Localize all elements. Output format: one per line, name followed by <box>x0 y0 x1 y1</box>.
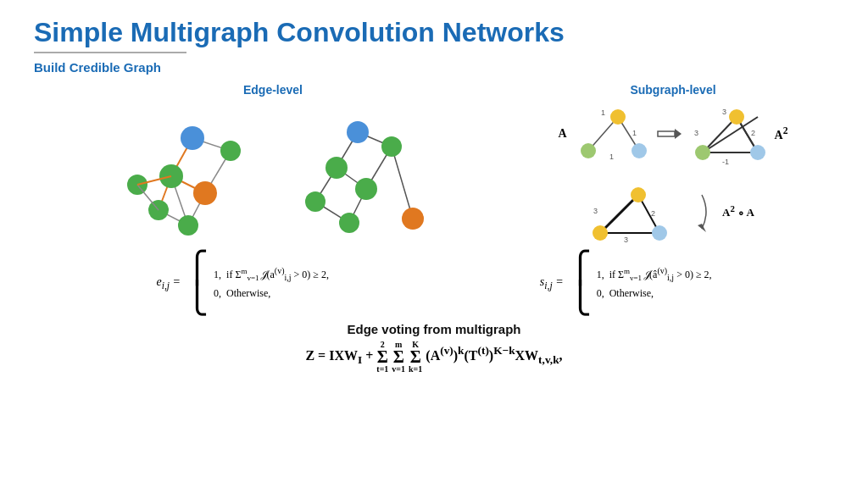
multigraph-2 <box>290 100 426 240</box>
section-title: Build Credible Graph <box>34 60 834 75</box>
subgraph-formula-cases: 1, if Σmv=1 𝒥(â(v)i,j > 0) ≥ 2, 0, Other… <box>597 264 712 302</box>
left-section: Edge-level <box>34 83 512 246</box>
edge-formula-cases: 1, if Σmv=1 𝒥(a(v)i,j > 0) ≥ 2, 0, Other… <box>214 264 329 302</box>
svg-point-13 <box>178 215 198 236</box>
subgraph-area: A 1 1 1 <box>558 100 787 246</box>
svg-point-38 <box>610 109 626 125</box>
svg-line-45 <box>703 117 758 152</box>
svg-text:-1: -1 <box>722 158 729 166</box>
svg-line-15 <box>137 185 159 210</box>
multigraph-1 <box>120 100 264 240</box>
graph-a2-top: 3 2 -1 3 <box>690 100 766 168</box>
svg-point-10 <box>220 141 241 161</box>
svg-text:1: 1 <box>601 108 605 117</box>
subgraph-formula-brace: ⎧⎩ <box>569 252 592 313</box>
formula-section: ei,j = ⎧⎩ 1, if Σmv=1 𝒥(a(v)i,j > 0) ≥ 2… <box>34 252 834 313</box>
svg-text:3: 3 <box>593 207 598 215</box>
curved-arrow <box>676 186 710 237</box>
content-area: Edge-level <box>34 83 834 246</box>
svg-point-60 <box>593 225 608 241</box>
svg-point-11 <box>193 181 217 205</box>
arrow-1 <box>656 121 682 147</box>
svg-point-53 <box>750 145 765 160</box>
graph-a: 1 1 1 <box>576 100 648 168</box>
subgraph-row-2: 3 2 3 A2 ∘ A <box>592 178 754 246</box>
svg-marker-41 <box>675 129 682 139</box>
subgraph-formula-text: si,j = <box>540 275 564 291</box>
svg-point-61 <box>631 187 646 202</box>
svg-text:2: 2 <box>751 129 755 137</box>
bottom-section: Edge voting from multigraph Z = IXWI + 2… <box>34 322 834 374</box>
svg-text:1: 1 <box>609 152 614 161</box>
subgraph-level-label: Subgraph-level <box>630 83 715 97</box>
svg-line-24 <box>392 147 413 219</box>
title-underline <box>34 52 186 53</box>
bottom-label: Edge voting from multigraph <box>34 322 834 336</box>
svg-point-8 <box>181 126 204 150</box>
svg-point-51 <box>695 145 710 160</box>
svg-point-30 <box>339 213 359 233</box>
svg-point-31 <box>402 208 424 230</box>
bottom-formula: Z = IXWI + 2 Σ t=1 m Σ v=1 K Σ k=1 (A(v)… <box>34 340 834 374</box>
svg-point-26 <box>326 157 348 179</box>
subgraph-row-1: A 1 1 1 <box>558 100 787 168</box>
a-label: A <box>558 127 566 141</box>
edge-formula-text: ei,j = <box>156 275 181 291</box>
a2-label: A2 <box>775 125 788 142</box>
svg-marker-63 <box>698 224 706 232</box>
svg-text:3: 3 <box>624 236 628 244</box>
svg-text:3: 3 <box>694 129 698 137</box>
svg-text:1: 1 <box>632 129 637 137</box>
svg-point-27 <box>381 136 402 157</box>
svg-point-62 <box>652 225 667 241</box>
svg-point-28 <box>355 178 377 200</box>
main-title: Simple Multigraph Convolution Networks <box>34 17 834 48</box>
graphs-row <box>120 100 426 240</box>
svg-point-29 <box>305 191 326 212</box>
svg-rect-40 <box>658 131 675 136</box>
svg-point-25 <box>347 121 369 143</box>
graph-a2oa: 3 2 3 <box>592 178 668 246</box>
page-container: Simple Multigraph Convolution Networks B… <box>0 0 868 488</box>
right-section: Subgraph-level A 1 1 1 <box>512 83 834 246</box>
svg-text:2: 2 <box>651 209 655 218</box>
svg-point-39 <box>632 143 647 158</box>
svg-point-37 <box>581 143 596 158</box>
edge-formula-brace: ⎧⎩ <box>186 252 209 313</box>
edge-level-label: Edge-level <box>243 83 303 97</box>
edge-formula-block: ei,j = ⎧⎩ 1, if Σmv=1 𝒥(a(v)i,j > 0) ≥ 2… <box>156 252 328 313</box>
a2oa-label: A2 ∘ A <box>722 203 754 219</box>
svg-text:3: 3 <box>722 108 726 116</box>
subgraph-formula-block: si,j = ⎧⎩ 1, if Σmv=1 𝒥(â(v)i,j > 0) ≥ 2… <box>540 252 712 313</box>
svg-line-54 <box>600 195 638 233</box>
svg-point-52 <box>729 109 744 125</box>
